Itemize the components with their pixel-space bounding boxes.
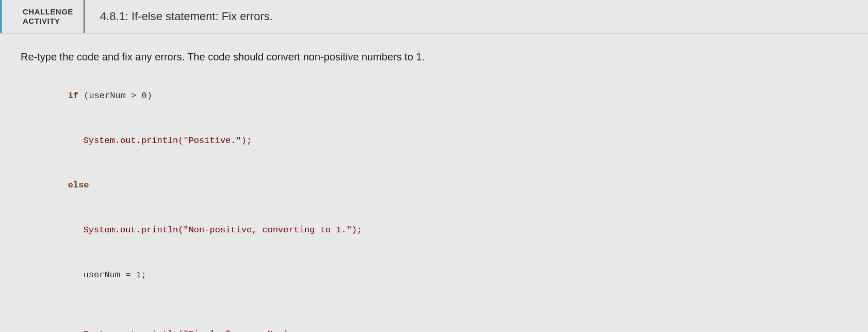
badge-text: CHALLENGE ACTIVITY	[23, 7, 73, 26]
page-container: CHALLENGE ACTIVITY 4.8.1: If-else statem…	[0, 0, 868, 332]
code-line-4: System.out.println("Non-positive, conver…	[26, 208, 847, 253]
activity-title: 4.8.1: If-else statement: Fix errors.	[85, 0, 283, 33]
challenge-activity-badge: CHALLENGE ACTIVITY	[2, 0, 85, 33]
code-line-blank	[26, 297, 847, 312]
code-line-1: if (userNum > 0)	[26, 74, 847, 119]
code-line-3: else	[26, 163, 847, 208]
content-area: Re-type the code and fix any errors. The…	[0, 34, 868, 332]
code-line-5: userNum = 1;	[26, 253, 847, 298]
code-line-2: System.out.println("Positive.");	[26, 119, 847, 164]
code-block: if (userNum > 0) System.out.println("Pos…	[21, 74, 847, 332]
description-text: Re-type the code and fix any errors. The…	[21, 49, 847, 65]
code-line-7: System.out.println("Final: " + userNum);	[26, 312, 847, 332]
header: CHALLENGE ACTIVITY 4.8.1: If-else statem…	[0, 0, 868, 34]
